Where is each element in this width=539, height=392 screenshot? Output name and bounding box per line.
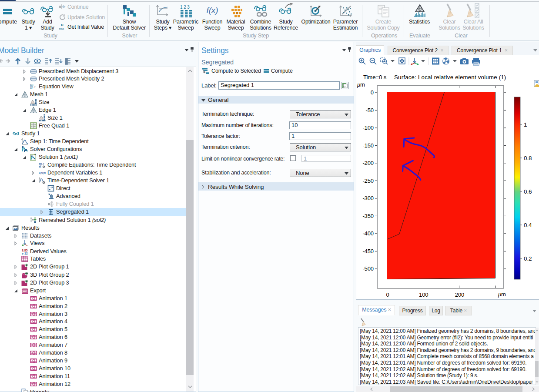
- svg-text:-400: -400: [362, 230, 374, 237]
- svg-text:200: 200: [455, 291, 464, 298]
- svg-text:-250: -250: [362, 178, 374, 184]
- svg-text:100: 100: [419, 291, 428, 298]
- svg-text:-500: -500: [362, 265, 374, 272]
- svg-text:-100: -100: [362, 124, 374, 131]
- svg-text:-350: -350: [362, 213, 374, 219]
- svg-text:μm: μm: [357, 81, 365, 88]
- svg-text:-200: -200: [362, 160, 374, 166]
- svg-text:Surface: Local relative elemen: Surface: Local relative element volume (…: [394, 74, 506, 80]
- svg-text:0.6: 0.6: [524, 188, 532, 195]
- svg-text:u: u: [61, 23, 64, 27]
- svg-text:-300: -300: [362, 195, 374, 201]
- svg-text:-50: -50: [366, 107, 374, 114]
- svg-text:0: 0: [371, 89, 374, 96]
- svg-text:0: 0: [386, 291, 389, 298]
- svg-text:-150: -150: [362, 142, 374, 149]
- svg-text:0.2: 0.2: [524, 255, 532, 262]
- svg-text:1: 1: [524, 121, 527, 128]
- svg-text:Time=0 s: Time=0 s: [363, 74, 387, 80]
- svg-text:0.4: 0.4: [524, 222, 532, 228]
- svg-text:0.8: 0.8: [524, 155, 532, 161]
- svg-text:μm: μm: [498, 291, 506, 298]
- svg-text:-450: -450: [362, 248, 374, 255]
- svg-text:t=o: t=o: [59, 27, 64, 30]
- svg-text:1 2 3: 1 2 3: [180, 5, 190, 10]
